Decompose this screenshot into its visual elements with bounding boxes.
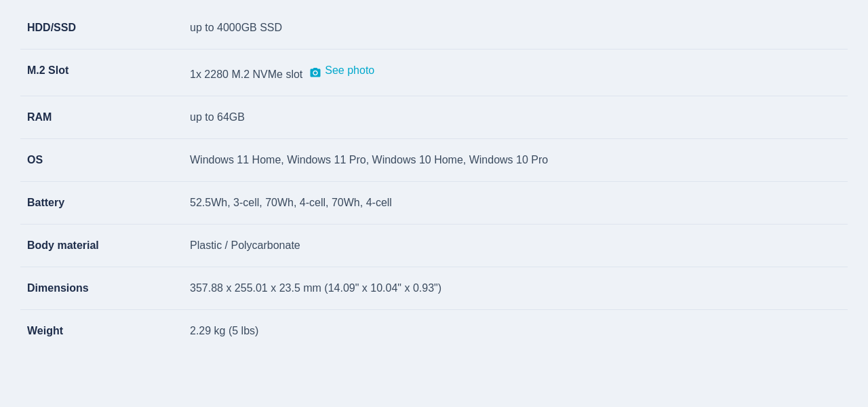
spec-label-weight: Weight bbox=[27, 325, 190, 337]
spec-label-m2-slot: M.2 Slot bbox=[27, 64, 190, 77]
specs-table: HDD/SSDup to 4000GB SSDM.2 Slot1x 2280 M… bbox=[0, 0, 868, 359]
spec-value-m2-slot: 1x 2280 M.2 NVMe slot See photo bbox=[190, 64, 841, 81]
spec-row-os: OSWindows 11 Home, Windows 11 Pro, Windo… bbox=[20, 139, 848, 182]
spec-label-ram: RAM bbox=[27, 111, 190, 123]
see-photo-link[interactable]: See photo bbox=[309, 64, 374, 77]
spec-row-m2-slot: M.2 Slot1x 2280 M.2 NVMe slot See photo bbox=[20, 50, 848, 96]
spec-value-hdd-ssd: up to 4000GB SSD bbox=[190, 22, 841, 34]
camera-icon bbox=[309, 66, 321, 75]
spec-row-weight: Weight2.29 kg (5 lbs) bbox=[20, 310, 848, 352]
spec-value-battery: 52.5Wh, 3-cell, 70Wh, 4-cell, 70Wh, 4-ce… bbox=[190, 197, 841, 209]
spec-value-ram: up to 64GB bbox=[190, 111, 841, 123]
spec-value-os: Windows 11 Home, Windows 11 Pro, Windows… bbox=[190, 154, 841, 166]
spec-label-hdd-ssd: HDD/SSD bbox=[27, 22, 190, 34]
spec-row-ram: RAMup to 64GB bbox=[20, 96, 848, 139]
spec-label-body-material: Body material bbox=[27, 239, 190, 252]
spec-label-os: OS bbox=[27, 154, 190, 166]
spec-label-dimensions: Dimensions bbox=[27, 282, 190, 294]
spec-row-battery: Battery52.5Wh, 3-cell, 70Wh, 4-cell, 70W… bbox=[20, 182, 848, 225]
spec-row-hdd-ssd: HDD/SSDup to 4000GB SSD bbox=[20, 7, 848, 50]
spec-value-dimensions: 357.88 x 255.01 x 23.5 mm (14.09" x 10.0… bbox=[190, 282, 841, 294]
see-photo-text: See photo bbox=[325, 64, 374, 77]
spec-value-weight: 2.29 kg (5 lbs) bbox=[190, 325, 841, 337]
spec-row-dimensions: Dimensions357.88 x 255.01 x 23.5 mm (14.… bbox=[20, 267, 848, 310]
spec-label-battery: Battery bbox=[27, 197, 190, 209]
spec-value-body-material: Plastic / Polycarbonate bbox=[190, 239, 841, 252]
spec-row-body-material: Body materialPlastic / Polycarbonate bbox=[20, 225, 848, 267]
